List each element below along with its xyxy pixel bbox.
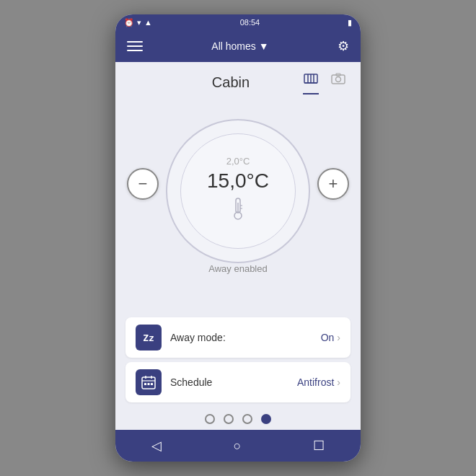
dial-outer: 2,0°C 15,0°C [166, 119, 310, 263]
away-mode-arrow-icon: › [337, 332, 340, 343]
back-button[interactable]: ◁ [140, 432, 173, 459]
home-button[interactable]: ○ [222, 433, 253, 459]
away-mode-value: On [321, 332, 335, 343]
room-header: Cabin [115, 62, 361, 94]
phone-frame: ⏰ ▾ ▲ 08:54 ▮ All homes ▼ ⚙ Cabin [115, 14, 361, 462]
home-selector-label: All homes [211, 40, 255, 52]
page-dot-2[interactable] [224, 414, 234, 424]
page-dot-4[interactable] [261, 414, 271, 424]
home-selector[interactable]: All homes ▼ [211, 40, 268, 52]
current-temperature: 15,0°C [207, 169, 269, 193]
decrease-temp-button[interactable]: − [127, 168, 159, 200]
settings-icon[interactable]: ⚙ [338, 38, 349, 54]
page-dot-1[interactable] [205, 414, 215, 424]
recent-apps-button[interactable]: ☐ [301, 432, 336, 459]
dial-wrapper: 2,0°C 15,0°C [166, 112, 310, 256]
schedule-label: Schedule [170, 376, 297, 388]
page-indicators [115, 408, 361, 430]
away-mode-icon: Zz [136, 325, 162, 351]
setpoint-temperature: 2,0°C [226, 156, 250, 167]
status-bar: ⏰ ▾ ▲ 08:54 ▮ [115, 14, 361, 30]
schedule-value: Antifrost [297, 376, 334, 388]
status-right-icons: ▮ [348, 18, 352, 27]
cards-section: Zz Away mode: On › [115, 312, 361, 408]
dial-inner: 2,0°C 15,0°C [180, 133, 296, 249]
schedule-icon [136, 369, 162, 395]
away-mode-card[interactable]: Zz Away mode: On › [125, 317, 351, 358]
room-icons [303, 71, 346, 94]
radiator-tab-icon[interactable] [303, 71, 319, 94]
dropdown-arrow-icon: ▼ [259, 40, 269, 52]
page-dot-3[interactable] [242, 414, 252, 424]
schedule-card[interactable]: Schedule Antifrost › [125, 362, 351, 402]
alarm-icon: ⏰ [124, 18, 134, 27]
wifi-icon: ▾ [137, 18, 141, 27]
away-mode-label: Away mode: [170, 332, 321, 343]
nav-bar: All homes ▼ ⚙ [115, 30, 361, 62]
svg-point-6 [336, 77, 341, 82]
thermostat-container: 2,0°C 15,0°C [115, 94, 361, 312]
battery-icon: ▮ [348, 18, 352, 27]
camera-tab-icon[interactable] [330, 71, 346, 94]
status-time: 08:54 [240, 18, 260, 27]
svg-rect-18 [148, 383, 150, 385]
hamburger-menu[interactable] [127, 41, 143, 51]
status-left-icons: ⏰ ▾ ▲ [124, 18, 152, 27]
away-status-label: Away enabled [208, 263, 267, 274]
room-title: Cabin [159, 74, 303, 91]
svg-rect-19 [151, 383, 153, 385]
increase-temp-button[interactable]: + [317, 168, 349, 200]
thermometer-icon [228, 195, 248, 226]
bottom-nav: ◁ ○ ☐ [115, 430, 361, 462]
signal-icon: ▲ [144, 18, 152, 27]
schedule-arrow-icon: › [337, 376, 340, 388]
svg-rect-17 [144, 383, 146, 385]
main-content: Cabin [115, 62, 361, 430]
